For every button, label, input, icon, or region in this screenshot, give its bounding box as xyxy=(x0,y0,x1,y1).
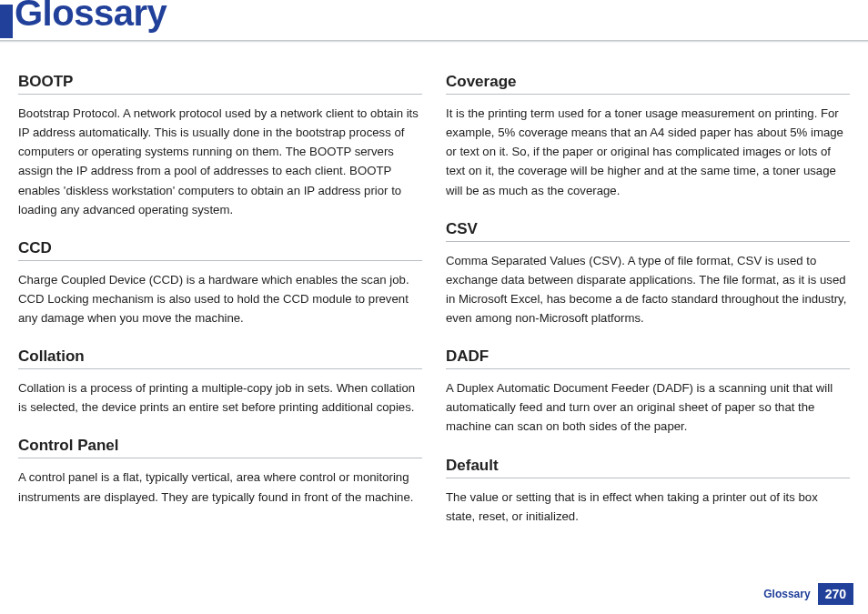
glossary-term: Control Panel xyxy=(18,437,422,458)
glossary-definition: A control panel is a flat, typically ver… xyxy=(18,468,422,506)
glossary-definition: Collation is a process of printing a mul… xyxy=(18,378,422,417)
glossary-definition: Bootstrap Protocol. A network protocol u… xyxy=(18,104,422,219)
glossary-term: Default xyxy=(446,457,850,478)
glossary-term: BOOTP xyxy=(18,73,422,95)
glossary-term: CSV xyxy=(446,220,850,242)
right-column: Coverage It is the printing term used fo… xyxy=(446,73,850,546)
footer-section-label: Glossary xyxy=(763,588,810,600)
glossary-definition: It is the printing term used for a toner… xyxy=(446,104,850,200)
page-header: Glossary xyxy=(0,0,868,42)
header-rule xyxy=(0,40,868,43)
glossary-entry: Default The value or setting that is in … xyxy=(446,457,850,526)
glossary-term: CCD xyxy=(18,239,422,261)
glossary-entry: CCD Charge Coupled Device (CCD) is a har… xyxy=(18,239,422,327)
footer-page-number: 270 xyxy=(818,583,853,605)
glossary-entry: Control Panel A control panel is a flat,… xyxy=(18,437,422,506)
glossary-definition: Comma Separated Values (CSV). A type of … xyxy=(446,251,850,328)
content-columns: BOOTP Bootstrap Protocol. A network prot… xyxy=(0,42,868,546)
page: Glossary BOOTP Bootstrap Protocol. A net… xyxy=(0,0,868,614)
page-footer: Glossary 270 xyxy=(763,583,853,605)
left-column: BOOTP Bootstrap Protocol. A network prot… xyxy=(18,73,422,546)
glossary-term: Coverage xyxy=(446,73,850,95)
header-accent-bar xyxy=(0,5,13,38)
glossary-term: Collation xyxy=(18,347,422,369)
glossary-term: DADF xyxy=(446,347,850,369)
glossary-entry: CSV Comma Separated Values (CSV). A type… xyxy=(446,220,850,328)
glossary-definition: The value or setting that is in effect w… xyxy=(446,488,850,526)
glossary-definition: Charge Coupled Device (CCD) is a hardwar… xyxy=(18,270,422,327)
glossary-entry: Collation Collation is a process of prin… xyxy=(18,347,422,417)
glossary-entry: DADF A Duplex Automatic Document Feeder … xyxy=(446,347,850,436)
glossary-entry: Coverage It is the printing term used fo… xyxy=(446,73,850,200)
glossary-entry: BOOTP Bootstrap Protocol. A network prot… xyxy=(18,73,422,219)
glossary-definition: A Duplex Automatic Document Feeder (DADF… xyxy=(446,378,850,436)
page-title: Glossary xyxy=(15,0,167,34)
